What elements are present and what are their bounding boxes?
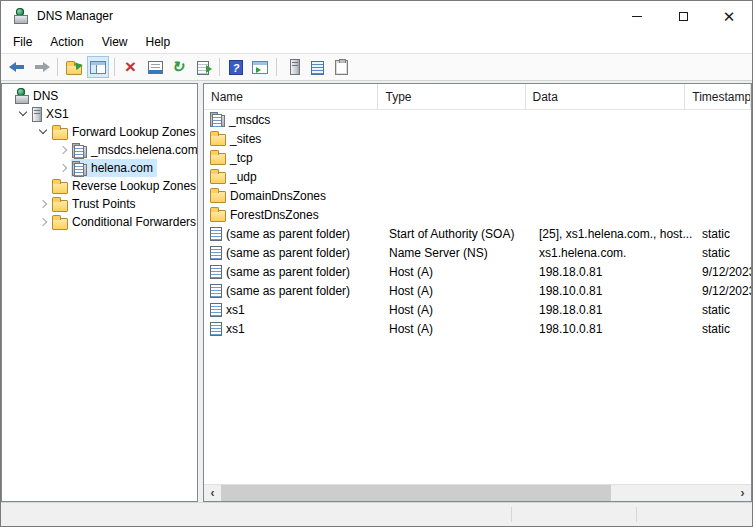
new-window-icon xyxy=(252,61,268,74)
tree-item-msdcs-helena-com[interactable]: _msdcs.helena.com xyxy=(2,141,197,159)
window-title: DNS Manager xyxy=(37,9,113,23)
cell-name: xs1 xyxy=(204,303,382,317)
cell-name: (same as parent folder) xyxy=(204,227,382,241)
list-rows: _msdcs_sites_tcp_udpDomainDnsZonesForest… xyxy=(204,110,751,484)
cell-timestamp: 9/12/2023 xyxy=(695,284,751,298)
chevron-right-icon[interactable] xyxy=(36,215,51,229)
menu-view[interactable]: View xyxy=(93,32,137,52)
folder-icon xyxy=(210,191,226,203)
table-row[interactable]: xs1Host (A)198.18.0.81static xyxy=(204,300,751,319)
record-name: (same as parent folder) xyxy=(226,265,350,279)
status-bar xyxy=(1,502,752,526)
cell-data: 198.10.0.81 xyxy=(532,322,695,336)
scroll-right-arrow-icon[interactable]: › xyxy=(734,485,751,501)
tree-item-dns[interactable]: DNS xyxy=(2,87,197,105)
record-icon xyxy=(210,265,222,279)
tree-item-xs1[interactable]: XS1 xyxy=(2,105,197,123)
clipboard-icon xyxy=(335,60,348,75)
scrollbar-track[interactable] xyxy=(221,485,734,501)
table-row[interactable]: (same as parent folder)Name Server (NS)x… xyxy=(204,243,751,262)
folder-icon xyxy=(52,128,68,140)
cell-name: xs1 xyxy=(204,322,382,336)
toolbar-separator xyxy=(57,58,58,76)
chevron-down-icon[interactable] xyxy=(16,107,31,121)
forward-icon xyxy=(33,59,50,75)
chevron-right-icon[interactable] xyxy=(36,197,51,211)
chevron-right-icon[interactable] xyxy=(56,161,71,175)
refresh-button[interactable] xyxy=(168,56,190,78)
horizontal-scrollbar[interactable]: ‹ › xyxy=(204,484,751,501)
table-row[interactable]: (same as parent folder)Host (A)198.10.0.… xyxy=(204,281,751,300)
table-row[interactable]: (same as parent folder)Start of Authorit… xyxy=(204,224,751,243)
column-header-data[interactable]: Data xyxy=(526,84,686,109)
cell-timestamp: static xyxy=(695,227,751,241)
tree-item-conditional-forwarders[interactable]: Conditional Forwarders xyxy=(2,213,197,231)
tree-item-label: Forward Lookup Zones xyxy=(72,125,195,139)
close-button[interactable]: ✕ xyxy=(706,1,752,31)
show-hide-console-tree-button[interactable] xyxy=(87,56,109,78)
maximize-icon xyxy=(679,12,688,21)
record-icon xyxy=(210,246,222,260)
delete-button[interactable] xyxy=(120,56,142,78)
column-header-timestamp[interactable]: Timestamp xyxy=(685,84,751,109)
chevron-right-icon[interactable] xyxy=(56,143,71,157)
menu-action[interactable]: Action xyxy=(41,32,92,52)
tree-item-trust-points[interactable]: Trust Points xyxy=(2,195,197,213)
tree-item-forward-lookup-zones[interactable]: Forward Lookup Zones xyxy=(2,123,197,141)
tree-label-wrap: _msdcs.helena.com xyxy=(71,141,198,159)
forward-button[interactable] xyxy=(30,56,52,78)
title-bar[interactable]: DNS Manager ✕ xyxy=(1,1,752,31)
dns-icon xyxy=(13,88,29,104)
maximize-button[interactable] xyxy=(660,1,706,31)
clipboard-button[interactable] xyxy=(330,56,352,78)
table-row[interactable]: _sites xyxy=(204,129,751,148)
zone-icon xyxy=(72,146,87,158)
tree-label-wrap: XS1 xyxy=(31,105,73,123)
tree-item-helena-com[interactable]: helena.com xyxy=(2,159,197,177)
tree-item-reverse-lookup-zones[interactable]: Reverse Lookup Zones xyxy=(2,177,197,195)
table-row[interactable]: ForestDnsZones xyxy=(204,205,751,224)
list-header: NameTypeDataTimestamp xyxy=(204,84,751,110)
minimize-button[interactable] xyxy=(614,1,660,31)
back-button[interactable] xyxy=(6,56,28,78)
table-row[interactable]: DomainDnsZones xyxy=(204,186,751,205)
menu-file[interactable]: File xyxy=(4,32,41,52)
cell-data: 198.18.0.81 xyxy=(532,303,695,317)
table-row[interactable]: _tcp xyxy=(204,148,751,167)
scroll-left-arrow-icon[interactable]: ‹ xyxy=(204,485,221,501)
folder-icon xyxy=(52,200,68,212)
chevron-down-icon[interactable] xyxy=(36,125,51,139)
record-icon xyxy=(210,284,222,298)
column-header-type[interactable]: Type xyxy=(378,84,525,109)
export-list-button[interactable] xyxy=(192,56,214,78)
table-row[interactable]: _msdcs xyxy=(204,110,751,129)
cell-data: 198.18.0.81 xyxy=(532,265,695,279)
statusbar-divider xyxy=(636,507,637,522)
record-name: DomainDnsZones xyxy=(230,189,326,203)
table-row[interactable]: _udp xyxy=(204,167,751,186)
record-icon xyxy=(210,322,222,336)
tree-item-label: XS1 xyxy=(46,107,69,121)
new-window-button[interactable] xyxy=(249,56,271,78)
record-list-pane: NameTypeDataTimestamp _msdcs_sites_tcp_u… xyxy=(203,83,752,502)
tree-item-label: _msdcs.helena.com xyxy=(91,143,198,157)
up-one-level-button[interactable] xyxy=(63,56,85,78)
tree-item-label: DNS xyxy=(33,89,58,103)
minimize-icon xyxy=(632,16,642,17)
table-row[interactable]: xs1Host (A)198.10.0.81static xyxy=(204,319,751,338)
zone-icon xyxy=(72,164,87,176)
cell-type: Host (A) xyxy=(382,265,532,279)
tree-label-wrap: Conditional Forwarders xyxy=(51,213,198,231)
cell-name: _msdcs xyxy=(204,112,382,127)
table-row[interactable]: (same as parent folder)Host (A)198.18.0.… xyxy=(204,262,751,281)
record-list-button[interactable] xyxy=(306,56,328,78)
refresh-icon xyxy=(171,59,188,75)
server-button[interactable] xyxy=(282,56,304,78)
export-list-icon xyxy=(197,61,209,75)
folder-icon xyxy=(210,134,226,146)
menu-help[interactable]: Help xyxy=(137,32,180,52)
properties-button[interactable] xyxy=(144,56,166,78)
scrollbar-thumb[interactable] xyxy=(221,485,611,501)
column-header-name[interactable]: Name xyxy=(204,84,378,109)
help-button[interactable] xyxy=(225,56,247,78)
